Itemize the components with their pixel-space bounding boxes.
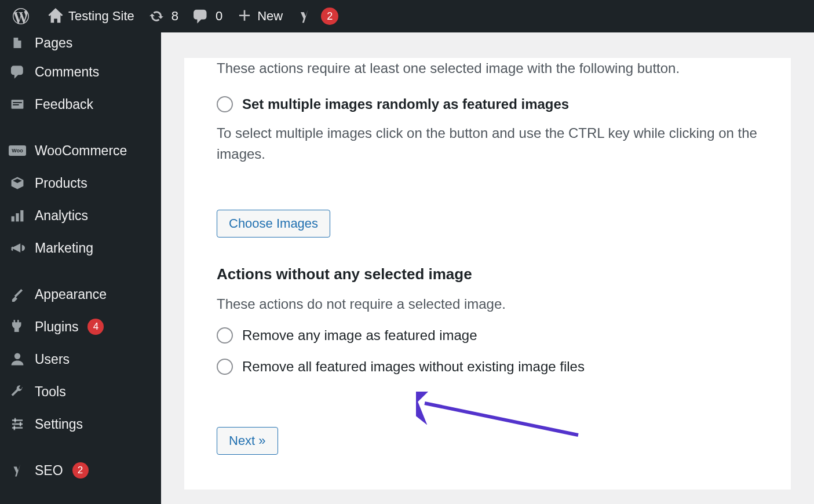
sidebar-item-products[interactable]: Products — [0, 167, 161, 199]
sidebar-item-feedback[interactable]: Feedback — [0, 88, 161, 120]
svg-rect-9 — [12, 419, 23, 421]
sidebar-label: Products — [35, 176, 87, 191]
new-label: New — [257, 9, 283, 24]
svg-rect-13 — [20, 422, 21, 426]
sidebar-item-settings[interactable]: Settings — [0, 408, 161, 440]
radio-label: Set multiple images randomly as featured… — [242, 96, 569, 112]
tools-icon — [8, 382, 27, 401]
site-name: Testing Site — [68, 9, 134, 24]
sidebar-item-tools[interactable]: Tools — [0, 375, 161, 408]
sidebar-label: Analytics — [35, 208, 88, 224]
admin-bar: Testing Site 8 0 New 2 — [0, 0, 814, 32]
sidebar-label: Feedback — [35, 97, 93, 112]
sidebar-label: Users — [35, 352, 70, 367]
svg-text:Woo: Woo — [12, 148, 23, 154]
comments-count: 0 — [216, 9, 222, 24]
site-link[interactable]: Testing Site — [41, 0, 141, 32]
sidebar-item-seo[interactable]: SEO 2 — [0, 454, 161, 487]
products-icon — [8, 174, 27, 192]
sidebar-label: Pages — [35, 35, 72, 51]
marketing-icon — [8, 239, 27, 257]
svg-rect-7 — [20, 210, 23, 222]
radio-input[interactable] — [217, 327, 233, 344]
sidebar-item-plugins[interactable]: Plugins 4 — [0, 311, 161, 343]
home-icon — [48, 8, 64, 24]
woocommerce-icon: Woo — [8, 141, 27, 160]
svg-rect-5 — [12, 216, 14, 221]
radio-input[interactable] — [217, 96, 233, 112]
sidebar-label: Settings — [35, 417, 83, 432]
updates-link[interactable]: 8 — [141, 0, 185, 32]
sidebar-item-marketing[interactable]: Marketing — [0, 232, 161, 264]
sidebar-label: Appearance — [35, 287, 107, 302]
plugin-icon — [8, 317, 27, 336]
sidebar-item-woocommerce[interactable]: Woo WooCommerce — [0, 134, 161, 167]
content-area: These actions require at least one selec… — [161, 32, 814, 504]
pages-icon — [8, 34, 27, 52]
sidebar-item-users[interactable]: Users — [0, 343, 161, 375]
svg-point-8 — [14, 353, 20, 359]
radio-label: Remove all featured images without exist… — [242, 359, 585, 375]
sidebar-label: Tools — [35, 384, 66, 400]
plugins-badge: 4 — [87, 319, 104, 335]
analytics-icon — [8, 206, 27, 225]
new-content-link[interactable]: New — [229, 0, 290, 32]
settings-panel: These actions require at least one selec… — [184, 58, 791, 490]
updates-count: 8 — [171, 9, 178, 24]
update-icon — [148, 8, 165, 24]
comment-icon — [192, 8, 209, 24]
svg-rect-14 — [14, 426, 16, 430]
radio-label: Remove any image as featured image — [242, 327, 477, 344]
help-text: To select multiple images click on the b… — [217, 123, 758, 165]
admin-sidebar: Pages Comments Feedback Woo WooCommerce … — [0, 32, 161, 504]
description-text: These actions require at least one selec… — [217, 58, 758, 79]
next-button[interactable]: Next » — [217, 427, 278, 455]
yoast-seo-icon — [8, 461, 27, 480]
description-text: These actions do not require a selected … — [217, 294, 758, 315]
wordpress-icon — [13, 8, 29, 24]
sidebar-item-analytics[interactable]: Analytics — [0, 199, 161, 232]
svg-rect-12 — [14, 418, 16, 423]
feedback-icon — [8, 95, 27, 114]
wp-logo[interactable] — [6, 0, 41, 32]
svg-rect-6 — [16, 213, 19, 221]
sidebar-label: Plugins — [35, 319, 78, 335]
yoast-link[interactable]: 2 — [290, 0, 345, 32]
choose-images-button[interactable]: Choose Images — [217, 210, 330, 238]
radio-input[interactable] — [217, 359, 233, 375]
sidebar-item-appearance[interactable]: Appearance — [0, 278, 161, 311]
svg-rect-1 — [13, 102, 22, 103]
sidebar-label: WooCommerce — [35, 143, 127, 159]
radio-option-remove-any[interactable]: Remove any image as featured image — [217, 327, 758, 344]
radio-option-remove-all[interactable]: Remove all featured images without exist… — [217, 359, 758, 375]
seo-badge: 2 — [72, 462, 89, 479]
users-icon — [8, 350, 27, 368]
sidebar-label: SEO — [35, 463, 63, 479]
sidebar-item-pages[interactable]: Pages — [0, 32, 161, 56]
comments-icon — [8, 63, 27, 81]
section-heading: Actions without any selected image — [217, 265, 758, 283]
svg-rect-2 — [13, 104, 19, 105]
plus-icon — [236, 8, 253, 24]
radio-option-multiple[interactable]: Set multiple images randomly as featured… — [217, 96, 758, 112]
sidebar-label: Marketing — [35, 240, 93, 256]
yoast-icon — [297, 8, 313, 24]
sidebar-label: Comments — [35, 64, 99, 80]
appearance-icon — [8, 285, 27, 304]
comments-link[interactable]: 0 — [185, 0, 229, 32]
settings-icon — [8, 415, 27, 433]
sidebar-item-comments[interactable]: Comments — [0, 56, 161, 88]
yoast-badge: 2 — [321, 8, 338, 25]
